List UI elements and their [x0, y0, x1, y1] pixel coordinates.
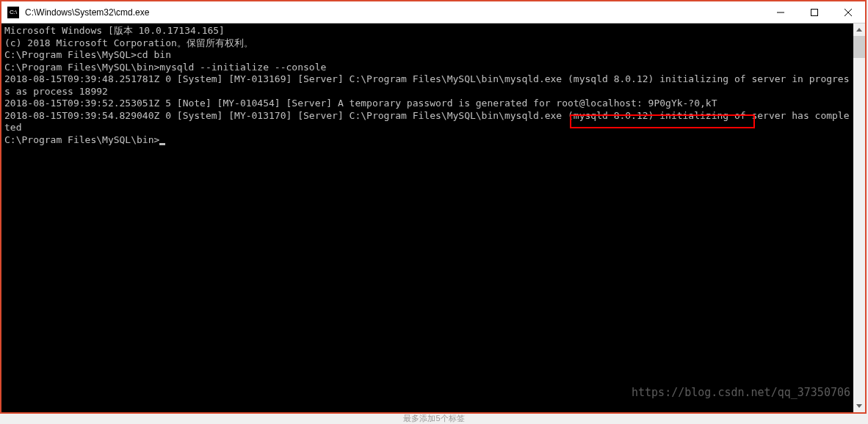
scroll-down-button[interactable]: [853, 400, 865, 412]
footer-hint: 最多添加5个标签: [403, 413, 464, 424]
cmd-icon: C:\: [7, 7, 19, 18]
prompt-line: C:\Program Files\MySQL\bin>: [4, 134, 850, 147]
maximize-button[interactable]: [798, 1, 831, 23]
scroll-up-button[interactable]: [853, 23, 865, 36]
output-line: 2018-08-15T09:39:48.251781Z 0 [System] […: [4, 73, 850, 98]
output-line: (c) 2018 Microsoft Corporation。保留所有权利。: [4, 37, 850, 50]
close-button[interactable]: [831, 1, 865, 23]
terminal-body[interactable]: Microsoft Windows [版本 10.0.17134.165](c)…: [1, 23, 865, 412]
highlighted-password: root@localhost: 9P0gYk-?0,kT: [556, 98, 717, 109]
prompt-text: C:\Program Files\MySQL\bin>: [4, 134, 159, 145]
titlebar[interactable]: C:\ C:\Windows\System32\cmd.exe: [1, 1, 865, 23]
output-line: C:\Program Files\MySQL>cd bin: [4, 49, 850, 62]
output-line: Microsoft Windows [版本 10.0.17134.165]: [4, 25, 850, 37]
output-line: 2018-08-15T09:39:54.829040Z 0 [System] […: [4, 110, 850, 134]
output-line: C:\Program Files\MySQL\bin>mysqld --init…: [4, 62, 850, 74]
vertical-scrollbar[interactable]: [853, 23, 865, 412]
minimize-button[interactable]: [764, 1, 798, 23]
terminal-output: Microsoft Windows [版本 10.0.17134.165](c)…: [1, 23, 853, 147]
scroll-thumb[interactable]: [853, 36, 865, 58]
cursor: [159, 143, 165, 145]
output-line: 2018-08-15T09:39:52.253051Z 5 [Note] [MY…: [4, 98, 850, 110]
svg-rect-1: [811, 9, 818, 15]
cmd-window: C:\ C:\Windows\System32\cmd.exe Microsof…: [0, 0, 867, 414]
window-title: C:\Windows\System32\cmd.exe: [25, 7, 764, 18]
window-controls: [764, 1, 865, 23]
output-text: 2018-08-15T09:39:52.253051Z 5 [Note] [MY…: [4, 98, 556, 109]
watermark-text: https://blog.csdn.net/qq_37350706: [632, 386, 850, 399]
